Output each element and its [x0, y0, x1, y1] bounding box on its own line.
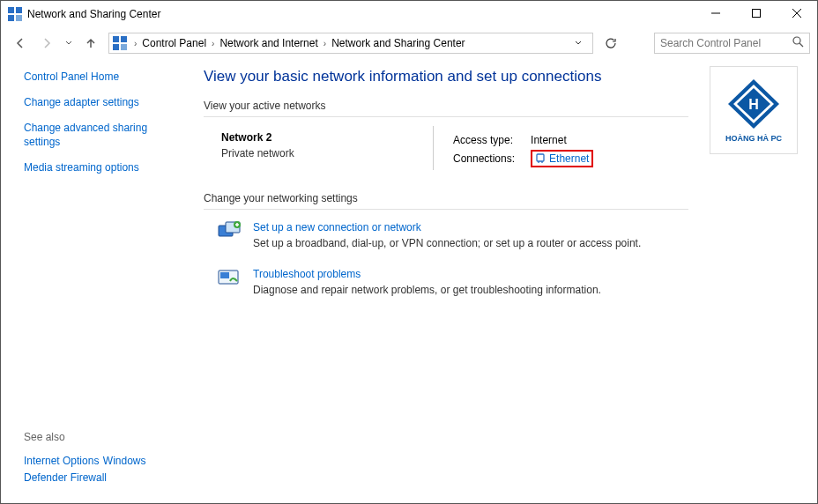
troubleshoot-link[interactable]: Troubleshoot problems [253, 268, 361, 280]
svg-rect-0 [8, 7, 14, 13]
app-icon [8, 7, 22, 21]
crumb-1[interactable]: Network and Internet [218, 35, 319, 51]
seealso-link-0[interactable]: Internet Options [24, 455, 99, 467]
svg-rect-25 [220, 272, 229, 278]
title-bar: Network and Sharing Center [1, 1, 817, 27]
maximize-button[interactable] [736, 1, 777, 26]
svg-line-13 [799, 43, 803, 47]
connection-link[interactable]: Ethernet [531, 150, 593, 167]
svg-rect-10 [113, 44, 119, 50]
svg-rect-1 [16, 7, 22, 13]
change-settings-header: Change your networking settings [204, 192, 688, 210]
search-input[interactable] [660, 37, 792, 49]
svg-rect-9 [121, 36, 127, 42]
close-button[interactable] [777, 1, 817, 26]
recent-dropdown[interactable] [61, 40, 77, 47]
active-networks-header: View your active networks [204, 100, 688, 117]
svg-rect-5 [753, 10, 761, 18]
svg-point-12 [793, 37, 800, 44]
troubleshoot-icon [218, 265, 242, 290]
access-type-value: Internet [522, 133, 599, 147]
forward-button [34, 33, 59, 54]
sidebar-link-home[interactable]: Control Panel Home [24, 70, 186, 85]
nav-bar: › Control Panel › Network and Internet ›… [1, 29, 817, 57]
chevron-right-icon[interactable]: › [320, 39, 330, 48]
sidebar-link-sharing[interactable]: Change advanced sharing settings [24, 121, 165, 151]
troubleshoot-desc: Diagnose and repair network problems, or… [253, 284, 601, 296]
address-dropdown[interactable] [568, 33, 589, 53]
refresh-button[interactable] [600, 33, 621, 53]
svg-rect-2 [8, 15, 14, 21]
setup-connection-icon [218, 219, 242, 243]
chevron-right-icon[interactable]: › [130, 39, 140, 48]
sidebar: Control Panel Home Change adapter settin… [1, 57, 186, 503]
brand-label: HOÀNG HÀ PC [725, 134, 782, 143]
network-name: Network 2 [221, 131, 433, 144]
main-panel: H HOÀNG HÀ PC View your basic network in… [186, 57, 817, 503]
window-title: Network and Sharing Center [27, 8, 160, 20]
svg-rect-3 [16, 15, 22, 21]
network-type: Private network [221, 147, 433, 159]
setup-connection-link[interactable]: Set up a new connection or network [253, 221, 421, 233]
troubleshoot-item: Troubleshoot problems Diagnose and repai… [204, 265, 799, 296]
up-button[interactable] [78, 33, 103, 54]
svg-text:H: H [748, 97, 759, 112]
app-icon [113, 36, 127, 50]
brand-badge: H HOÀNG HÀ PC [710, 66, 798, 154]
chevron-right-icon[interactable]: › [208, 39, 218, 48]
address-bar[interactable]: › Control Panel › Network and Internet ›… [108, 33, 593, 54]
crumb-0[interactable]: Control Panel [140, 35, 208, 51]
access-type-label: Access type: [453, 133, 520, 147]
svg-rect-11 [121, 44, 127, 50]
svg-rect-18 [537, 154, 544, 161]
sidebar-link-adapter[interactable]: Change adapter settings [24, 95, 186, 110]
crumb-2[interactable]: Network and Sharing Center [330, 35, 466, 51]
setup-connection-item: Set up a new connection or network Set u… [204, 219, 799, 249]
back-button[interactable] [8, 33, 33, 54]
connection-link-text: Ethernet [549, 152, 589, 165]
minimize-button[interactable] [695, 1, 736, 26]
ethernet-icon [535, 153, 546, 164]
see-also-label: See also [24, 431, 186, 443]
sidebar-link-media[interactable]: Media streaming options [24, 160, 186, 175]
search-box[interactable] [654, 33, 810, 54]
svg-rect-8 [113, 36, 119, 42]
connections-label: Connections: [453, 149, 520, 168]
search-icon[interactable] [792, 36, 804, 50]
setup-connection-desc: Set up a broadband, dial-up, or VPN conn… [253, 237, 641, 249]
